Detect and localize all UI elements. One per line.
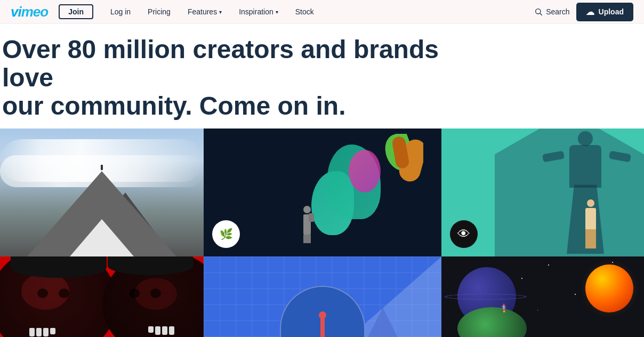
join-button[interactable]: Join: [59, 4, 93, 19]
login-link[interactable]: Log in: [102, 7, 139, 16]
shadow-video-cell[interactable]: 👁: [441, 129, 644, 256]
space-video-cell[interactable]: 🚀: [441, 256, 644, 337]
hero-section: Over 80 million creators and brands love…: [0, 24, 644, 129]
logo[interactable]: vimeo: [11, 4, 48, 20]
stock-link[interactable]: Stock: [287, 7, 323, 16]
horror-video-cell[interactable]: [0, 256, 204, 337]
planet-2: [585, 264, 633, 312]
svg-line-1: [540, 13, 542, 15]
painting-video-cell[interactable]: 🌿: [204, 129, 441, 256]
search-button[interactable]: Search: [534, 7, 569, 16]
arch-video-cell[interactable]: [204, 256, 441, 337]
svg-point-0: [536, 9, 541, 14]
video-grid: 🌿: [0, 129, 644, 337]
upload-icon: ☁: [586, 7, 594, 17]
features-link[interactable]: Features ▾: [179, 7, 230, 16]
inspiration-link[interactable]: Inspiration ▾: [230, 7, 287, 16]
search-label: Search: [546, 7, 569, 16]
pricing-link[interactable]: Pricing: [139, 7, 179, 16]
page-title: Over 80 million creators and brands love…: [2, 36, 439, 120]
search-icon: [534, 7, 543, 16]
leaf-badge[interactable]: 🌿: [212, 220, 240, 248]
navbar: vimeo Join Log in Pricing Features ▾ Ins…: [0, 0, 644, 24]
upload-button[interactable]: ☁ Upload: [576, 3, 633, 21]
mountain-video-cell[interactable]: [0, 129, 204, 256]
inspiration-chevron-icon: ▾: [276, 9, 278, 15]
features-chevron-icon: ▾: [219, 9, 222, 15]
eye-badge[interactable]: 👁: [450, 220, 478, 248]
eye-icon: 👁: [457, 227, 470, 242]
leaf-icon: 🌿: [220, 228, 233, 240]
